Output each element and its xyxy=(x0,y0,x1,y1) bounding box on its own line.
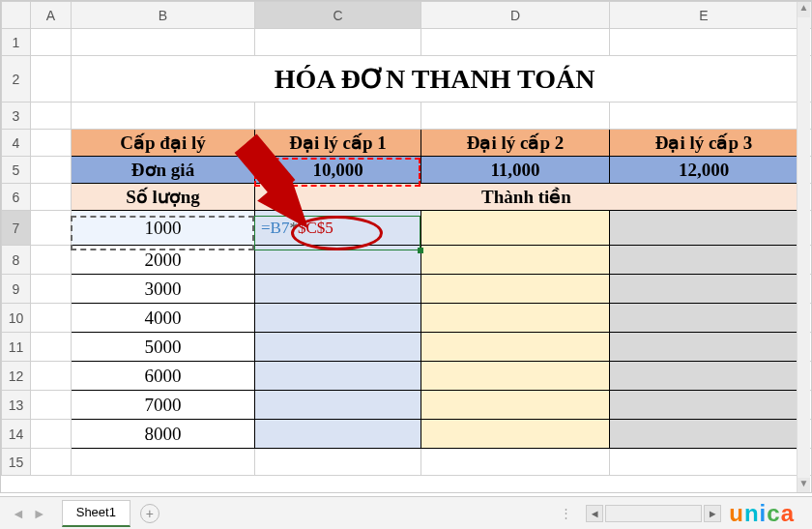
cell-C8[interactable] xyxy=(255,246,421,275)
cell-A14[interactable] xyxy=(31,420,72,449)
vertical-scrollbar[interactable]: ▲ ▼ xyxy=(797,2,810,493)
cell-C12[interactable] xyxy=(255,362,421,391)
cell-A11[interactable] xyxy=(31,333,72,362)
cell-B8[interactable]: 2000 xyxy=(72,246,255,275)
cell-D10[interactable] xyxy=(421,304,610,333)
col-header-C[interactable]: C xyxy=(255,2,421,29)
header-dai-ly-1[interactable]: Đại lý cấp 1 xyxy=(255,130,421,157)
cell-C14[interactable] xyxy=(255,420,421,449)
scroll-right-icon[interactable]: ► xyxy=(704,505,721,522)
cell-D3[interactable] xyxy=(421,103,610,130)
col-header-D[interactable]: D xyxy=(421,2,610,29)
cell-D1[interactable] xyxy=(421,29,610,56)
row-header-9[interactable]: 9 xyxy=(2,275,31,304)
row-header-5[interactable]: 5 xyxy=(2,157,31,184)
cell-A4[interactable] xyxy=(31,130,72,157)
cell-B9[interactable]: 3000 xyxy=(72,275,255,304)
col-header-E[interactable]: E xyxy=(610,2,798,29)
cell-D15[interactable] xyxy=(421,449,610,476)
header-so-luong[interactable]: Số lượng xyxy=(72,184,255,211)
cell-C13[interactable] xyxy=(255,391,421,420)
header-dai-ly-3[interactable]: Đại lý cấp 3 xyxy=(610,130,798,157)
row-header-7[interactable]: 7 xyxy=(2,211,31,246)
cell-E5[interactable]: 12,000 xyxy=(610,157,798,184)
cell-B11[interactable]: 5000 xyxy=(72,333,255,362)
row-header-6[interactable]: 6 xyxy=(2,184,31,211)
cell-E13[interactable] xyxy=(610,391,798,420)
cell-D12[interactable] xyxy=(421,362,610,391)
row-header-1[interactable]: 1 xyxy=(2,29,31,56)
cell-B14[interactable]: 8000 xyxy=(72,420,255,449)
scroll-left-icon[interactable]: ◄ xyxy=(586,505,603,522)
cell-A13[interactable] xyxy=(31,391,72,420)
scroll-track[interactable] xyxy=(605,505,702,522)
col-header-B[interactable]: B xyxy=(72,2,255,29)
cell-B10[interactable]: 4000 xyxy=(72,304,255,333)
cell-E8[interactable] xyxy=(610,246,798,275)
row-header-11[interactable]: 11 xyxy=(2,333,31,362)
row-header-3[interactable]: 3 xyxy=(2,103,31,130)
cell-D14[interactable] xyxy=(421,420,610,449)
cell-A9[interactable] xyxy=(31,275,72,304)
header-cap-dai-ly[interactable]: Cấp đại lý xyxy=(72,130,255,157)
cell-B3[interactable] xyxy=(72,103,255,130)
cell-C10[interactable] xyxy=(255,304,421,333)
cell-D13[interactable] xyxy=(421,391,610,420)
tab-split-handle[interactable]: ⋮ xyxy=(560,506,574,520)
cell-D5[interactable]: 11,000 xyxy=(421,157,610,184)
cell-D7[interactable] xyxy=(421,211,610,246)
cell-E14[interactable] xyxy=(610,420,798,449)
tab-prev-icon[interactable]: ◄ xyxy=(12,506,25,521)
cell-A1[interactable] xyxy=(31,29,72,56)
cell-D9[interactable] xyxy=(421,275,610,304)
cell-A2[interactable] xyxy=(31,56,72,103)
cell-C11[interactable] xyxy=(255,333,421,362)
cell-B13[interactable]: 7000 xyxy=(72,391,255,420)
cell-A7[interactable] xyxy=(31,211,72,246)
sheet-tab-1[interactable]: Sheet1 xyxy=(62,500,130,527)
cell-E10[interactable] xyxy=(610,304,798,333)
cell-A10[interactable] xyxy=(31,304,72,333)
cell-B15[interactable] xyxy=(72,449,255,476)
tab-next-icon[interactable]: ► xyxy=(33,506,46,521)
cell-E15[interactable] xyxy=(610,449,798,476)
cell-C1[interactable] xyxy=(255,29,421,56)
cell-C5[interactable]: 10,000 xyxy=(255,157,421,184)
row-header-2[interactable]: 2 xyxy=(2,56,31,103)
header-thanh-tien[interactable]: Thành tiền xyxy=(255,184,798,211)
cell-A15[interactable] xyxy=(31,449,72,476)
header-dai-ly-2[interactable]: Đại lý cấp 2 xyxy=(421,130,610,157)
cell-A6[interactable] xyxy=(31,184,72,211)
cell-A5[interactable] xyxy=(31,157,72,184)
row-header-12[interactable]: 12 xyxy=(2,362,31,391)
title-cell[interactable]: HÓA ĐƠN THANH TOÁN xyxy=(72,56,798,103)
add-sheet-button[interactable]: + xyxy=(140,504,160,523)
cell-B12[interactable]: 6000 xyxy=(72,362,255,391)
cell-D11[interactable] xyxy=(421,333,610,362)
cell-D8[interactable] xyxy=(421,246,610,275)
cell-C3[interactable] xyxy=(255,103,421,130)
select-all-corner[interactable] xyxy=(2,2,31,29)
row-header-8[interactable]: 8 xyxy=(2,246,31,275)
cell-B7[interactable]: 1000 xyxy=(72,211,255,246)
cell-A3[interactable] xyxy=(31,103,72,130)
cell-E3[interactable] xyxy=(610,103,798,130)
row-header-10[interactable]: 10 xyxy=(2,304,31,333)
cell-E1[interactable] xyxy=(610,29,798,56)
cell-C15[interactable] xyxy=(255,449,421,476)
col-header-A[interactable]: A xyxy=(31,2,72,29)
cell-C7[interactable]: =B7*$C$5 xyxy=(255,211,421,246)
row-header-15[interactable]: 15 xyxy=(2,449,31,476)
cell-A8[interactable] xyxy=(31,246,72,275)
cell-E12[interactable] xyxy=(610,362,798,391)
cell-A12[interactable] xyxy=(31,362,72,391)
cell-C9[interactable] xyxy=(255,275,421,304)
row-header-13[interactable]: 13 xyxy=(2,391,31,420)
spreadsheet-grid[interactable]: A B C D E 1 2HÓA ĐƠN THANH TOÁN 3 4 Cấp … xyxy=(0,0,812,493)
header-don-gia[interactable]: Đơn giá xyxy=(72,157,255,184)
cell-E9[interactable] xyxy=(610,275,798,304)
row-header-4[interactable]: 4 xyxy=(2,130,31,157)
cell-B1[interactable] xyxy=(72,29,255,56)
row-header-14[interactable]: 14 xyxy=(2,420,31,449)
horizontal-scrollbar[interactable]: ◄ ► xyxy=(586,505,721,522)
